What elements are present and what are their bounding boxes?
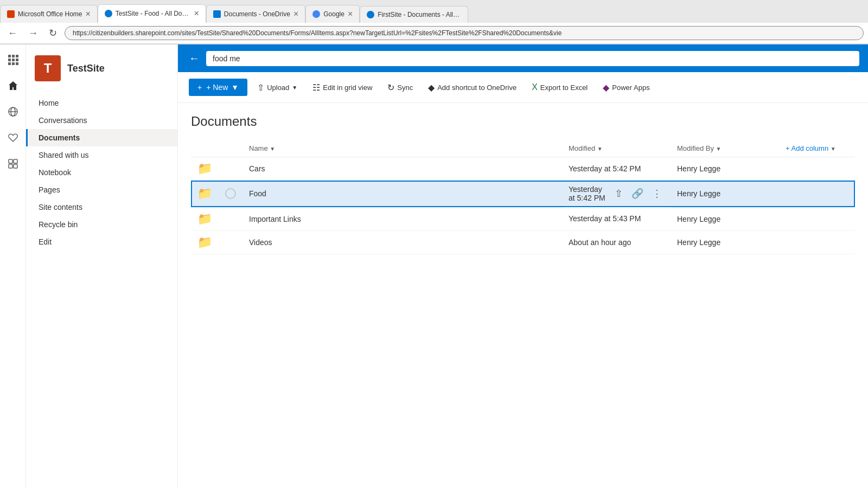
- folder-link-videos[interactable]: Videos: [249, 238, 272, 247]
- waffle-icon[interactable]: [4, 51, 22, 68]
- tab-sharepoint[interactable]: TestSite - Food - All Documents ×: [98, 4, 206, 23]
- svg-rect-3: [8, 59, 11, 61]
- svg-rect-4: [12, 59, 15, 61]
- svg-rect-6: [8, 62, 11, 65]
- col-modified-by-header[interactable]: Modified By ▼: [671, 140, 779, 157]
- row-extra-cell: [779, 157, 855, 181]
- row-modified-by-cell: Henry Legge: [671, 181, 779, 208]
- add-column-label[interactable]: + Add column: [786, 144, 828, 152]
- shortcut-icon: ◆: [428, 82, 435, 93]
- svg-rect-0: [8, 55, 11, 57]
- col-name-header[interactable]: Name ▼: [242, 140, 562, 157]
- tab-google-label: Google: [323, 10, 344, 18]
- tab-google-close[interactable]: ×: [348, 10, 353, 18]
- address-bar-row: ← → ↻: [0, 23, 868, 44]
- left-rail: [0, 44, 26, 488]
- tab-ms-office-close[interactable]: ×: [85, 10, 90, 18]
- svg-rect-15: [14, 164, 17, 168]
- folder-link-important-links[interactable]: Important Links: [249, 215, 301, 223]
- upload-chevron-icon: ▼: [292, 85, 297, 91]
- address-bar-input[interactable]: [65, 26, 864, 40]
- sidebar-item-conversations[interactable]: Conversations: [26, 112, 177, 129]
- site-header: T TestSite: [26, 44, 177, 90]
- row-modified-cell: Yesterday at 5:43 PM: [562, 207, 671, 230]
- tab-firstsite[interactable]: FirstSite - Documents - All Doc...: [360, 6, 468, 23]
- more-actions-button[interactable]: ⋮: [650, 187, 664, 201]
- row-name-cell: Videos: [242, 230, 562, 254]
- upload-label: Upload: [267, 84, 289, 92]
- row-actions: ⇧ 🔗 ⋮: [612, 187, 664, 201]
- browser-chrome: Microsoft Office Home × TestSite - Food …: [0, 0, 868, 44]
- power-apps-label: Power Apps: [612, 84, 649, 92]
- svg-rect-14: [9, 164, 12, 168]
- sidebar-item-site-contents[interactable]: Site contents: [26, 198, 177, 216]
- refresh-button[interactable]: ↻: [46, 26, 60, 40]
- power-apps-button[interactable]: ◆ Power Apps: [597, 79, 655, 96]
- row-name-cell: Food: [242, 181, 562, 208]
- table-row: 📁 Important Links Yesterday at 5:43 PM H…: [191, 207, 855, 230]
- ms-favicon: [7, 10, 15, 18]
- svg-rect-5: [16, 59, 18, 61]
- share-button[interactable]: ⇧: [612, 187, 625, 201]
- sidebar-item-recycle-bin[interactable]: Recycle bin: [26, 216, 177, 233]
- plus-icon: +: [197, 83, 202, 92]
- forward-button[interactable]: →: [25, 27, 41, 40]
- new-chevron-icon: ▼: [231, 83, 239, 92]
- row-modified-by-cell: Henry Legge: [671, 230, 779, 254]
- row-icon-cell: 📁: [191, 230, 219, 254]
- folder-link-food[interactable]: Food: [249, 189, 266, 198]
- row-extra-cell: [779, 207, 855, 230]
- svg-rect-8: [16, 62, 18, 65]
- shortcut-label: Add shortcut to OneDrive: [437, 84, 516, 92]
- sidebar-item-edit[interactable]: Edit: [26, 233, 177, 251]
- copy-link-button[interactable]: 🔗: [629, 187, 646, 201]
- sidebar-item-pages[interactable]: Pages: [26, 181, 177, 198]
- row-icon-cell: 📁: [191, 207, 219, 230]
- globe-icon[interactable]: [4, 103, 22, 120]
- sidebar-item-home[interactable]: Home: [26, 94, 177, 112]
- tab-ms-office-label: Microsoft Office Home: [18, 10, 82, 18]
- tab-ms-office[interactable]: Microsoft Office Home ×: [0, 5, 98, 23]
- tab-onedrive[interactable]: Documents - OneDrive ×: [206, 5, 305, 23]
- row-select-cell: [219, 207, 242, 230]
- tab-onedrive-label: Documents - OneDrive: [224, 10, 290, 18]
- sync-icon: ↻: [387, 82, 394, 93]
- tab-google[interactable]: Google ×: [305, 5, 360, 23]
- sidebar-item-notebook[interactable]: Notebook: [26, 164, 177, 181]
- back-button[interactable]: ←: [4, 27, 21, 40]
- col-add-column-header[interactable]: + Add column ▼: [779, 140, 855, 157]
- svg-rect-1: [12, 55, 15, 57]
- search-input-container: [206, 51, 859, 66]
- folder-icon: 📁: [197, 212, 212, 226]
- app: T TestSite Home Conversations Documents …: [0, 44, 868, 488]
- export-label: Export to Excel: [540, 84, 588, 92]
- sidebar-item-shared[interactable]: Shared with us: [26, 146, 177, 164]
- folder-link-cars[interactable]: Cars: [249, 164, 265, 173]
- tab-sharepoint-close[interactable]: ×: [194, 9, 199, 18]
- col-modified-header[interactable]: Modified ▼: [562, 140, 671, 157]
- folder-icon: 📁: [197, 187, 212, 200]
- sidebar-item-documents[interactable]: Documents: [26, 129, 177, 146]
- export-button[interactable]: X Export to Excel: [526, 79, 593, 95]
- search-input[interactable]: [213, 54, 853, 63]
- create-site-icon[interactable]: [4, 155, 22, 172]
- shortcut-button[interactable]: ◆ Add shortcut to OneDrive: [423, 79, 522, 96]
- row-select-cell[interactable]: [219, 181, 242, 208]
- tab-onedrive-close[interactable]: ×: [293, 10, 298, 18]
- upload-button[interactable]: ⇧ Upload ▼: [252, 79, 303, 96]
- site-logo: T: [35, 55, 61, 81]
- row-checkbox[interactable]: [225, 188, 236, 199]
- follow-icon[interactable]: [4, 129, 22, 146]
- row-modified-cell: About an hour ago: [562, 230, 671, 254]
- sp-favicon: [105, 10, 112, 17]
- sync-label: Sync: [397, 84, 413, 92]
- edit-grid-button[interactable]: ☷ Edit in grid view: [307, 79, 378, 96]
- row-modified-value: Yesterday at 5:42 PM: [569, 185, 608, 202]
- sync-button[interactable]: ↻ Sync: [382, 79, 418, 96]
- edit-grid-label: Edit in grid view: [323, 84, 372, 92]
- tab-bar: Microsoft Office Home × TestSite - Food …: [0, 0, 868, 23]
- search-back-button[interactable]: ←: [187, 50, 202, 67]
- home-rail-icon[interactable]: [4, 77, 22, 94]
- new-button[interactable]: + + New ▼: [189, 79, 247, 96]
- documents-table: Name ▼ Modified ▼ Modified By ▼ + A: [191, 140, 855, 254]
